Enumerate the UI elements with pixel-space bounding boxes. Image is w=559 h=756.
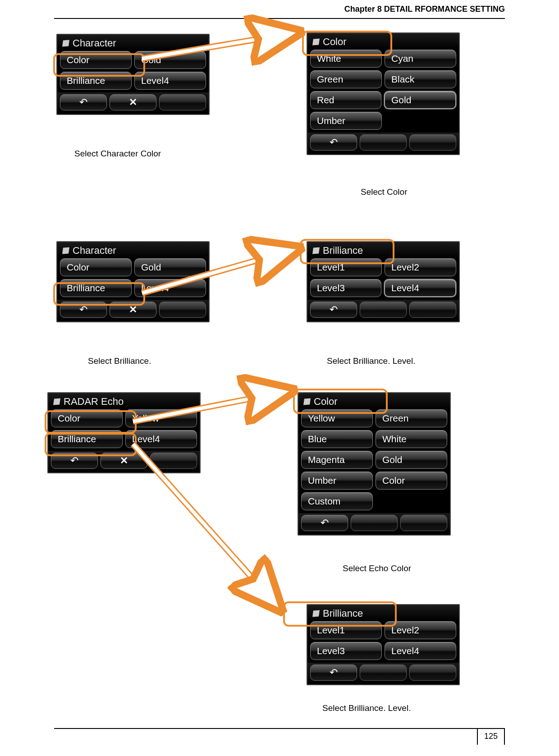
back-button[interactable]: ↶ [51,453,98,469]
color-option-custom[interactable]: Custom [301,492,373,510]
flag-icon [303,399,311,405]
nav-row: ↶ [307,133,459,154]
nav-empty [159,94,206,110]
back-button[interactable]: ↶ [301,515,348,531]
brilliance-level1[interactable]: Level1 [310,258,382,276]
color-option-red[interactable]: Red [310,91,381,109]
color-option-green[interactable]: Green [376,409,447,427]
caption: Select Brilliance. Level. [327,356,415,366]
panel-title: Character [57,242,209,258]
back-icon: ↶ [79,304,87,316]
menu-item-color[interactable]: Color [60,51,132,69]
color-option-gold[interactable]: Gold [376,451,447,469]
brilliance-level3[interactable]: Level3 [310,279,381,297]
color-option-magenta[interactable]: Magenta [301,451,373,469]
back-button[interactable]: ↶ [310,664,357,681]
menu-value-level4[interactable]: Level4 [134,279,206,297]
brilliance-level2[interactable]: Level2 [385,258,456,276]
brilliance-level1[interactable]: Level1 [310,621,382,639]
back-button[interactable]: ↶ [60,302,107,318]
panel-color-1: Color White Cyan Green Black Red Gold Um… [307,32,460,155]
flag-icon [312,39,320,46]
color-option-white[interactable]: White [310,50,382,68]
panel-title: Color [298,393,450,409]
panel-brilliance-1: Brilliance Level1 Level2 Level3 Level4 ↶ [307,241,460,322]
back-button[interactable]: ↶ [310,134,357,151]
color-option-white[interactable]: White [376,430,447,448]
panel-title-text: Brilliance [323,608,363,619]
page-number: 125 [477,728,505,745]
color-option-yellow[interactable]: Yellow [301,409,373,427]
page-header: Chapter 8 DETAIL RFORMANCE SETTING [344,5,505,14]
color-option-color[interactable]: Color [376,472,447,490]
menu-item-brilliance[interactable]: Brilliance [51,430,123,448]
panel-title: Character [57,35,209,51]
panel-title: Color [307,33,459,50]
back-icon: ↶ [79,96,87,108]
back-icon: ↶ [330,137,338,148]
panel-title-text: RADAR Echo [64,396,124,408]
header-rule [54,18,505,19]
menu-value-level4[interactable]: Level4 [134,72,206,90]
nav-empty [360,302,407,318]
nav-empty [360,134,407,151]
brilliance-level4[interactable]: Level4 [385,642,456,660]
nav-empty [351,515,398,531]
close-icon: ✕ [129,96,137,108]
panel-title-text: Color [323,36,347,48]
brilliance-level2[interactable]: Level2 [385,621,456,639]
nav-empty [409,302,456,318]
caption: Select Color [361,187,408,197]
nav-row: ↶ ✕ [48,451,200,472]
color-option-blue[interactable]: Blue [301,430,373,448]
menu-value-yellow[interactable]: Yellow [125,409,197,427]
brilliance-level3[interactable]: Level3 [310,642,382,660]
back-icon: ↶ [70,455,78,467]
menu-item-color[interactable]: Color [51,409,123,427]
color-option-green[interactable]: Green [310,70,382,88]
close-button[interactable]: ✕ [110,302,156,318]
panel-character-2: Character Color Gold Brilliance Level4 ↶… [56,241,210,322]
back-icon: ↶ [321,517,329,529]
caption: Select Brilliance. [88,356,151,366]
back-icon: ↶ [330,667,338,678]
menu-value-level4[interactable]: Level4 [125,430,197,448]
menu-item-color[interactable]: Color [60,258,132,276]
back-button[interactable]: ↶ [60,94,107,110]
brilliance-level4[interactable]: Level4 [384,279,456,297]
close-button[interactable]: ✕ [110,94,156,110]
color-option-gold[interactable]: Gold [384,91,456,109]
menu-item-brilliance[interactable]: Brilliance [60,279,132,297]
color-option-umber[interactable]: Umber [310,112,382,130]
nav-empty [150,453,197,469]
nav-row: ↶ [298,513,450,535]
menu-value-gold[interactable]: Gold [134,51,206,69]
menu-value-gold[interactable]: Gold [134,258,206,276]
nav-empty [409,134,456,151]
back-button[interactable]: ↶ [310,302,357,318]
flag-icon [62,247,69,254]
nav-empty [409,664,456,681]
nav-empty [360,664,407,681]
panel-character-1: Character Color Gold Brilliance Level4 ↶… [56,34,210,115]
caption: Select Brilliance. Level. [322,703,411,713]
close-button[interactable]: ✕ [101,453,147,469]
color-option-black[interactable]: Black [385,70,456,88]
close-icon: ✕ [120,455,128,467]
menu-item-brilliance[interactable]: Brilliance [60,72,132,90]
color-option-cyan[interactable]: Cyan [385,50,456,68]
color-option-umber[interactable]: Umber [301,472,373,490]
panel-title-text: Character [73,245,116,257]
panel-radar-echo: RADAR Echo Color Yellow Brilliance Level… [47,392,201,473]
nav-empty [159,302,206,318]
panel-title: RADAR Echo [48,393,200,409]
panel-title: Brilliance [307,605,459,621]
back-icon: ↶ [330,304,338,316]
close-icon: ✕ [129,304,137,316]
caption: Select Echo Color [343,564,411,573]
panel-title: Brilliance [307,242,459,258]
panel-title-text: Color [314,396,338,408]
nav-row: ↶ [307,300,459,321]
footer-rule [54,728,505,729]
flag-icon [312,247,320,254]
